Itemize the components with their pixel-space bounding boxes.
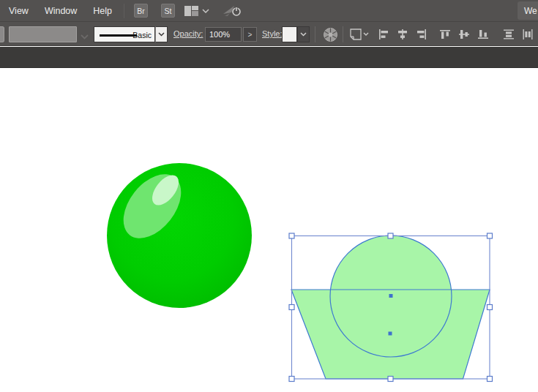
artwork-layer [0,0,538,392]
selection-handle-top-right[interactable] [487,233,493,238]
selection-handle-top-left[interactable] [289,233,294,238]
green-ball-artwork[interactable] [107,163,252,308]
trapezoid-center-point[interactable] [389,332,392,336]
selected-object[interactable] [291,235,490,379]
selection-handle-bottom-left[interactable] [289,377,294,382]
selection-handle-top-center[interactable] [388,233,393,238]
selection-handle-middle-right[interactable] [487,305,493,310]
selection-handle-bottom-right[interactable] [487,377,493,382]
circle-center-point[interactable] [389,294,393,298]
selection-handle-bottom-center[interactable] [388,377,393,382]
illustrator-window: View Window Help Br St We [0,0,538,392]
selection-handle-middle-left[interactable] [289,305,294,310]
